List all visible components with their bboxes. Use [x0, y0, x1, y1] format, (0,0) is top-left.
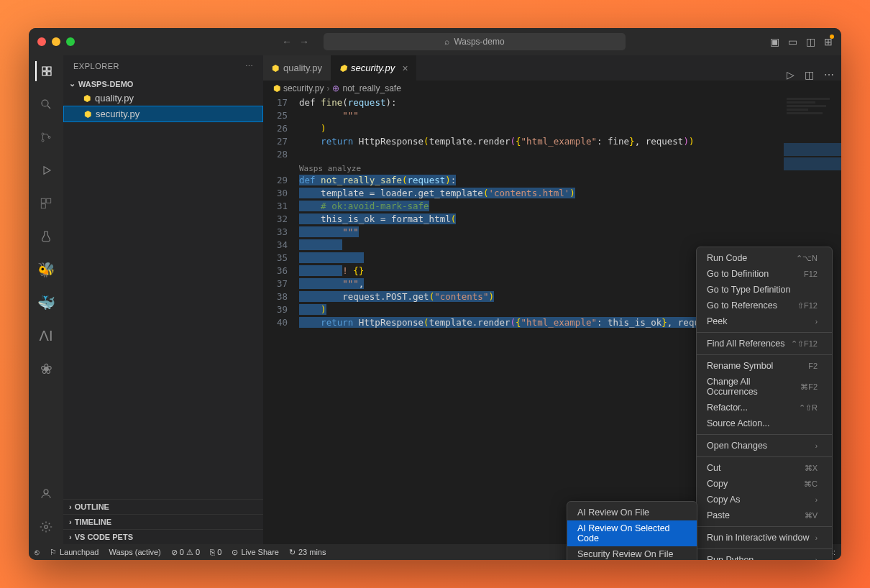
source-control-icon[interactable] — [36, 127, 56, 147]
menu-label: Run Code — [707, 253, 747, 263]
account-icon[interactable] — [36, 484, 56, 504]
close-window[interactable] — [37, 37, 46, 46]
menu-label: Find All References — [707, 339, 784, 349]
menu-label: Paste — [707, 510, 730, 520]
command-center[interactable]: ⌕ Wasps-demo — [324, 33, 626, 50]
layout-customize-icon[interactable]: ⊞ — [824, 36, 833, 47]
menu-label: Run Python — [707, 555, 754, 560]
sb-wasps[interactable]: Wasps (active) — [109, 548, 160, 556]
file-name: quality.py — [95, 93, 134, 104]
svg-rect-5 — [41, 198, 45, 203]
codelens[interactable]: Wasps analyze — [299, 161, 841, 174]
split-icon[interactable]: ◫ — [805, 69, 814, 81]
submenu-arrow-icon: › — [815, 534, 818, 542]
explorer-icon[interactable] — [35, 61, 55, 81]
file-item[interactable]: ⬢quality.py — [63, 91, 263, 106]
context-menu-item[interactable]: Change All Occurrences⌘F2 — [697, 374, 832, 400]
more-actions-icon[interactable]: ⋯ — [824, 69, 834, 81]
context-menu-item[interactable]: Run Python› — [697, 552, 832, 560]
settings-icon[interactable] — [36, 517, 56, 537]
menu-shortcut: F12 — [804, 270, 818, 278]
misc-icon[interactable]: ❀ — [36, 359, 56, 379]
remote-indicator[interactable]: ⎋ — [35, 548, 40, 556]
chevron-right-icon: › — [69, 502, 72, 511]
testing-icon[interactable] — [36, 226, 56, 247]
context-menu-item[interactable]: Rename SymbolF2 — [697, 358, 832, 374]
submenu-label: Security Review On File — [577, 549, 673, 559]
layout-controls: ▣ ▭ ◫ ⊞ — [770, 36, 833, 47]
menu-label: Change All Occurrences — [707, 377, 800, 397]
context-menu-item[interactable]: Find All References⌃⇧F12 — [697, 336, 832, 352]
context-menu-item[interactable]: Cut⌘X — [697, 460, 832, 476]
search-activity-icon[interactable] — [36, 94, 56, 114]
nav-back[interactable]: ← — [282, 36, 292, 47]
context-menu-item[interactable]: Source Action... — [697, 415, 832, 431]
svg-rect-7 — [41, 204, 45, 208]
breadcrumb-separator: › — [326, 83, 329, 93]
context-menu-item[interactable]: Copy⌘C — [697, 476, 832, 492]
docker-icon[interactable]: 🐳 — [36, 293, 56, 313]
sidebar-title: EXPLORER — [73, 62, 119, 70]
context-menu-item[interactable]: Go to DefinitionF12 — [697, 266, 832, 282]
close-tab-icon[interactable]: × — [402, 63, 408, 74]
wasps-icon[interactable]: 🐝 — [36, 259, 56, 280]
chevron-right-icon: › — [69, 533, 72, 541]
sidebar-more-icon[interactable]: ⋯ — [245, 62, 254, 71]
minimize-window[interactable] — [52, 37, 60, 46]
debug-icon[interactable] — [36, 160, 56, 180]
context-menu-item[interactable]: Refactor...⌃⇧R — [697, 400, 832, 415]
editor-tab[interactable]: ⬢security.py× — [331, 55, 416, 81]
menu-shortcut: ⇧F12 — [797, 301, 818, 311]
menu-label: Peek — [707, 316, 728, 326]
menu-label: Copy — [707, 479, 728, 489]
file-item[interactable]: ⬢security.py — [63, 106, 263, 122]
line-gutter: 1725262728293031323334353637383940 — [263, 96, 299, 544]
context-menu-item[interactable]: Open Changes› — [697, 438, 832, 454]
collapsed-panel[interactable]: › VS CODE PETS — [63, 529, 263, 544]
menu-label: Go to Definition — [707, 269, 769, 279]
sb-ports[interactable]: ⎘ 0 — [210, 548, 221, 556]
context-menu-item[interactable]: Copy As› — [697, 492, 832, 507]
sb-problems[interactable]: ⊘ 0 ⚠ 0 — [171, 548, 200, 557]
sb-liveshare[interactable]: ⊙ Live Share — [232, 548, 279, 557]
sb-time[interactable]: ↻ 23 mins — [289, 548, 326, 557]
sb-launchpad[interactable]: ⚐ Launchpad — [50, 548, 99, 557]
collapsed-panel[interactable]: › TIMELINE — [63, 514, 263, 529]
python-file-icon: ⬢ — [83, 93, 91, 104]
extensions-icon[interactable] — [36, 193, 56, 213]
context-menu-item[interactable]: Run in Interactive window› — [697, 530, 832, 546]
editor-tab[interactable]: ⬢quality.py — [263, 55, 331, 81]
breadcrumb[interactable]: ⬢ security.py › ⊕ not_really_safe — [263, 81, 841, 96]
menu-shortcut: ⌘F2 — [800, 382, 818, 392]
editor-tabs: ⬢quality.py⬢security.py× ▷ ◫ ⋯ — [263, 55, 841, 81]
menu-shortcut: ⌃⇧R — [799, 403, 818, 413]
layout-primary-icon[interactable]: ▣ — [770, 36, 779, 47]
run-icon[interactable]: ▷ — [787, 69, 795, 81]
search-placeholder: Wasps-demo — [454, 37, 504, 47]
layout-panel-icon[interactable]: ▭ — [788, 36, 797, 47]
collapsed-panel[interactable]: › OUTLINE — [63, 499, 263, 514]
menu-label: Refactor... — [707, 403, 748, 413]
submenu-item[interactable]: Security Review On File — [567, 546, 697, 560]
chevron-down-icon: ⌄ — [69, 79, 75, 88]
nav-forward[interactable]: → — [299, 36, 309, 47]
context-menu-item[interactable]: Paste⌘V — [697, 507, 832, 523]
context-menu: Run Code⌃⌥NGo to DefinitionF12Go to Type… — [696, 247, 833, 560]
workspace-name: WASPS-DEMO — [78, 80, 133, 88]
menu-label: Copy As — [707, 495, 741, 505]
context-menu-item[interactable]: Go to Type Definition — [697, 282, 832, 298]
context-menu-item[interactable]: Run Code⌃⌥N — [697, 250, 832, 266]
wasps-submenu: AI Review On FileAI Review On Selected C… — [567, 501, 697, 560]
context-menu-item[interactable]: Go to References⇧F12 — [697, 298, 832, 313]
layout-secondary-icon[interactable]: ◫ — [806, 36, 815, 47]
ai-icon[interactable]: ΛI — [36, 326, 56, 346]
submenu-arrow-icon: › — [815, 442, 818, 450]
svg-line-1 — [47, 106, 50, 109]
chevron-right-icon: › — [69, 518, 72, 526]
maximize-window[interactable] — [66, 37, 75, 46]
tab-label: security.py — [351, 63, 395, 73]
submenu-item[interactable]: AI Review On File — [567, 505, 697, 520]
submenu-item[interactable]: AI Review On Selected Code — [567, 520, 697, 546]
context-menu-item[interactable]: Peek› — [697, 313, 832, 329]
workspace-root[interactable]: ⌄ WASPS-DEMO — [63, 77, 263, 91]
